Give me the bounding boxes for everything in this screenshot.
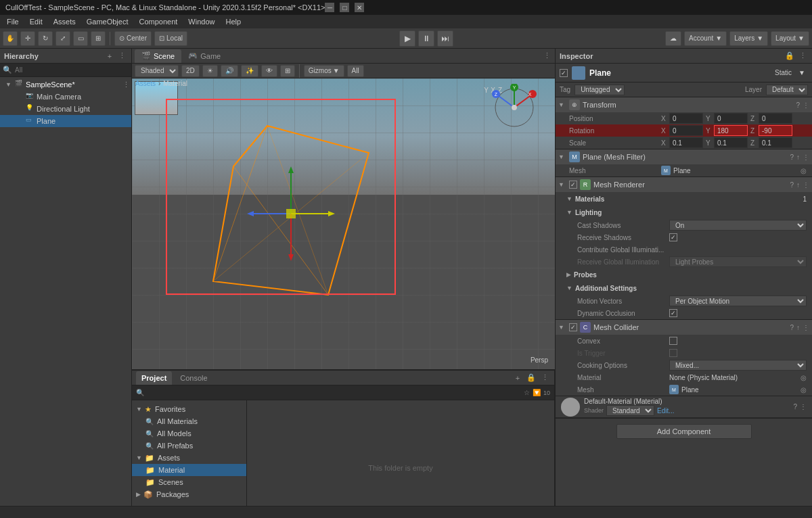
scale-x-input[interactable] <box>669 137 703 148</box>
menu-window[interactable]: Window <box>184 16 219 28</box>
menu-gameobject[interactable]: GameObject <box>83 16 133 28</box>
mesh-filter-header[interactable]: ▼ M Plane (Mesh Filter) ? ↑ ⋮ <box>556 149 812 164</box>
mesh-collider-menu[interactable]: ⋮ <box>803 324 809 331</box>
collider-mesh-select[interactable]: ◎ <box>800 386 807 394</box>
scale-z-input[interactable] <box>759 137 792 148</box>
mesh-renderer-header[interactable]: ▼ R Mesh Renderer ? ↑ ⋮ <box>556 177 812 192</box>
hierarchy-item-plane[interactable]: ▶ ▭ Plane <box>0 115 131 127</box>
hierarchy-search-input[interactable] <box>15 66 129 74</box>
project-item-packages[interactable]: ▶ 📦 Packages <box>132 488 246 500</box>
receive-gi-dropdown[interactable]: Light Probes <box>669 256 807 267</box>
step-button[interactable]: ⏭ <box>437 30 453 47</box>
position-z-input[interactable] <box>759 113 792 124</box>
hand-tool-button[interactable]: ✋ <box>3 31 18 46</box>
hierarchy-item-maincamera[interactable]: ▶ 📷 Main Camera <box>0 91 131 103</box>
cast-shadows-dropdown[interactable]: On <box>669 220 807 231</box>
dynamic-occlusion-checkbox[interactable] <box>669 309 677 317</box>
project-lock-button[interactable]: 🔒 <box>526 373 537 383</box>
account-dropdown[interactable]: Account ▼ <box>684 31 727 46</box>
play-button[interactable]: ▶ <box>399 30 415 47</box>
shader-dropdown[interactable]: Standard <box>606 405 654 416</box>
materials-toggle[interactable]: ▼ Materials 1 <box>556 192 812 206</box>
project-menu-button[interactable]: ⋮ <box>539 373 550 383</box>
scene-menu-button[interactable]: ⋮ <box>541 51 552 62</box>
2d-toggle-button[interactable]: 2D <box>181 65 200 77</box>
mesh-renderer-up[interactable]: ↑ <box>796 181 800 189</box>
is-trigger-checkbox[interactable] <box>669 349 677 357</box>
mesh-collider-enabled[interactable] <box>569 323 577 331</box>
project-item-favorites[interactable]: ▼ ★ Favorites <box>132 403 246 415</box>
close-button[interactable]: ✕ <box>355 3 364 12</box>
mesh-renderer-menu[interactable]: ⋮ <box>803 181 809 189</box>
tag-dropdown[interactable]: Untagged <box>574 85 625 95</box>
menu-assets[interactable]: Assets <box>49 16 80 28</box>
inspector-lock-button[interactable]: 🔒 <box>785 51 794 60</box>
grid-button[interactable]: ⊞ <box>280 65 295 77</box>
tab-game[interactable]: 🎮 Game <box>181 49 227 63</box>
layer-dropdown[interactable]: Default <box>766 85 808 95</box>
window-controls[interactable]: ─ □ ✕ <box>325 3 364 12</box>
material-menu-button[interactable]: ⋮ <box>800 403 807 410</box>
cooking-options-dropdown[interactable]: Mixed... <box>669 360 807 371</box>
transform-info-button[interactable]: ? <box>796 101 800 109</box>
transform-menu-button[interactable]: ⋮ <box>803 101 809 109</box>
tab-console[interactable]: Console <box>175 371 212 385</box>
transform-header[interactable]: ▼ ⊕ Transform ? ⋮ <box>556 97 812 112</box>
project-star-filter[interactable]: ☆ <box>524 389 530 396</box>
project-item-assets[interactable]: ▼ 📁 Assets <box>132 452 246 464</box>
receive-shadows-checkbox[interactable] <box>669 233 677 241</box>
motion-vectors-dropdown[interactable]: Per Object Motion <box>669 296 807 306</box>
hierarchy-menu-button[interactable]: ⋮ <box>116 51 127 62</box>
resolution-dropdown[interactable]: All <box>347 65 364 77</box>
tab-scene[interactable]: 🎬 Scene <box>135 49 181 63</box>
menu-file[interactable]: File <box>3 16 23 28</box>
menu-edit[interactable]: Edit <box>26 16 47 28</box>
mesh-collider-info[interactable]: ? <box>790 324 794 331</box>
edit-shader-button[interactable]: Edit... <box>657 407 675 415</box>
scene-viewport[interactable]: X Y Z X Y Z <box>132 78 555 369</box>
project-add-button[interactable]: + <box>512 373 523 383</box>
minimize-button[interactable]: ─ <box>325 3 334 12</box>
hierarchy-item-dirlight[interactable]: ▶ 💡 Directional Light <box>0 103 131 115</box>
mesh-filter-menu[interactable]: ⋮ <box>803 154 809 161</box>
rotation-y-input[interactable] <box>714 125 748 136</box>
rotation-z-input[interactable] <box>759 125 792 136</box>
pause-button[interactable]: ⏸ <box>418 30 434 47</box>
menu-component[interactable]: Component <box>135 16 181 28</box>
move-tool-button[interactable]: ✛ <box>20 31 35 46</box>
rotation-x-input[interactable] <box>669 125 703 136</box>
scale-tool-button[interactable]: ⤢ <box>55 31 70 46</box>
maximize-button[interactable]: □ <box>340 3 349 12</box>
hierarchy-item-samplescene[interactable]: ▼ 🎬 SampleScene* ⋮ <box>0 78 131 91</box>
object-active-checkbox[interactable] <box>560 69 568 77</box>
transform-tool-button[interactable]: ⊞ <box>91 31 106 46</box>
project-item-allprefabs[interactable]: 🔍 All Prefabs <box>132 440 246 452</box>
position-x-input[interactable] <box>669 113 703 124</box>
probes-toggle[interactable]: ▶ Probes <box>556 268 812 281</box>
space-local-button[interactable]: ⊡ Local <box>154 31 187 46</box>
project-item-scenes[interactable]: 📁 Scenes <box>132 476 246 488</box>
convex-checkbox[interactable] <box>669 337 677 345</box>
vfx-button[interactable]: ✨ <box>241 65 258 77</box>
hidden-objects-button[interactable]: 👁 <box>261 65 277 77</box>
mesh-collider-header[interactable]: ▼ C Mesh Collider ? ↑ ⋮ <box>556 320 812 335</box>
audio-button[interactable]: 🔊 <box>221 65 238 77</box>
project-item-material[interactable]: 📁 Material <box>132 464 246 476</box>
material-info-button[interactable]: ? <box>793 403 797 410</box>
mesh-filter-select[interactable]: ◎ <box>800 167 807 174</box>
menu-help[interactable]: Help <box>221 16 245 28</box>
layers-dropdown[interactable]: Layers ▼ <box>729 31 768 46</box>
mesh-filter-info[interactable]: ? <box>790 154 794 161</box>
add-component-button[interactable]: Add Component <box>616 424 752 439</box>
project-search-input[interactable] <box>147 389 521 396</box>
inspector-menu-button[interactable]: ⋮ <box>797 51 808 62</box>
layout-dropdown[interactable]: Layout ▼ <box>771 31 809 46</box>
gizmos-dropdown[interactable]: Gizmos ▼ <box>304 65 344 77</box>
tab-project[interactable]: Project <box>136 371 172 385</box>
mesh-filter-up[interactable]: ↑ <box>796 154 800 161</box>
shading-mode-dropdown[interactable]: Shaded <box>135 65 179 77</box>
project-item-allmodels[interactable]: 🔍 All Models <box>132 427 246 440</box>
collider-material-select[interactable]: ◎ <box>800 374 807 381</box>
pivot-center-button[interactable]: ⊙ Center <box>114 31 152 46</box>
scale-y-input[interactable] <box>714 137 748 148</box>
